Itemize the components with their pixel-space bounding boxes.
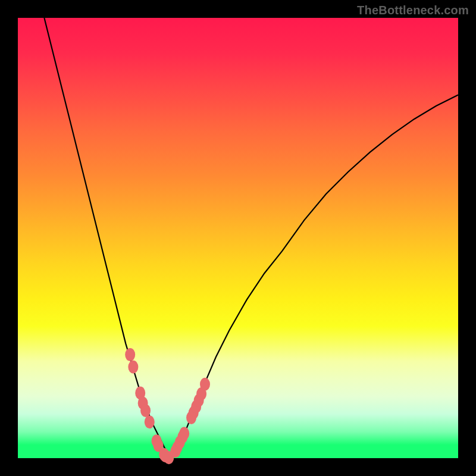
plot-area xyxy=(18,18,458,458)
data-marker xyxy=(140,404,151,417)
watermark-text: TheBottleneck.com xyxy=(357,4,469,17)
markers-right-group xyxy=(170,378,210,458)
chart-frame: TheBottleneck.com xyxy=(0,0,476,476)
data-marker xyxy=(125,348,135,361)
right-branch-curve xyxy=(172,95,458,459)
data-marker xyxy=(200,378,210,391)
markers-left-group xyxy=(125,348,174,464)
chart-svg xyxy=(18,18,458,458)
left-branch-curve xyxy=(44,18,172,458)
data-marker xyxy=(128,361,138,374)
data-marker xyxy=(145,415,155,428)
data-marker xyxy=(179,427,189,440)
